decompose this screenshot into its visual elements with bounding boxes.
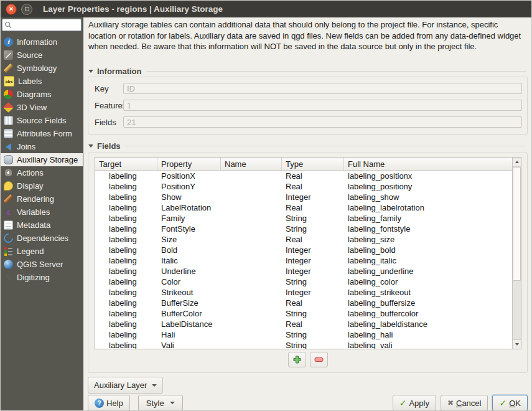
key-field [123,83,522,94]
table-row[interactable]: labelingColorStringlabeling_color [95,276,512,287]
table-row[interactable]: labelingBufferColorStringlabeling_buffer… [95,308,512,319]
table-row[interactable]: labelingShowIntegerlabeling_show [95,192,512,202]
joins-icon [4,142,13,151]
check-icon: ✓ [399,399,407,407]
sidebar-nav: Information Source Symbology Labels Diag… [1,35,83,284]
cancel-button[interactable]: ✖ Cancel [441,395,488,411]
table-header[interactable]: Target Property Name Type Full Name [95,158,512,171]
fields-count-field [123,116,522,128]
scrollbar-track[interactable] [513,167,521,339]
sidebar-item-rendering[interactable]: Rendering [1,192,83,206]
auxiliary-layer-label: Auxiliary Layer [94,380,147,390]
sidebar-item-metadata[interactable]: Metadata [1,219,83,232]
fields-table: Target Property Name Type Full Name labe… [95,157,521,349]
sidebar-item-digitizing[interactable]: Digitizing [1,271,83,284]
table-row[interactable]: labelingSizeReallabeling_size [95,234,512,245]
table-row[interactable]: labelingBoldIntegerlabeling_bold [95,245,512,255]
sidebar-item-label: Metadata [17,220,50,230]
sidebar-item-source[interactable]: Source [1,49,83,62]
sidebar-item-label: Symbology [17,64,57,73]
table-row[interactable]: labelingItalicIntegerlabeling_italic [95,255,512,266]
labels-icon [4,76,14,87]
table-row[interactable]: labelingUnderlineIntegerlabeling_underli… [95,266,512,276]
sidebar-item-information[interactable]: Information [1,35,83,49]
features-field [123,100,522,111]
layer-properties-dialog: Layer Properties - regions | Auxiliary S… [0,0,532,411]
table-row[interactable]: labelingValiStringlabeling_vali [95,340,512,349]
sidebar-item-label: Dependencies [17,234,68,243]
sidebar-item-display[interactable]: Display [1,179,83,192]
sidebar-item-3d-view[interactable]: 3D View [1,101,83,114]
table-row[interactable]: labelingLabelRotationReallabeling_labelr… [95,202,512,213]
sidebar-item-joins[interactable]: Joins [1,140,83,153]
column-header-type[interactable]: Type [282,158,344,170]
scroll-down-icon[interactable] [513,339,521,349]
x-icon: ✖ [447,399,454,407]
table-row[interactable]: labelingStrikeoutIntegerlabeling_strikeo… [95,287,512,298]
table-row[interactable]: labelingPositionYReallabeling_positiony [95,181,512,192]
add-field-button[interactable] [288,352,306,367]
digitizing-icon [4,273,13,282]
display-icon [4,181,13,191]
apply-button[interactable]: ✓ Apply [393,395,436,411]
table-row[interactable]: labelingBufferSizeReallabeling_buffersiz… [95,298,512,308]
sidebar-item-dependencies[interactable]: Dependencies [1,232,83,245]
sidebar-item-qgis-server[interactable]: QGIS Server [1,258,83,271]
chevron-down-icon [170,402,175,404]
table-row[interactable]: labelingHaliStringlabeling_hali [95,329,512,340]
sidebar-item-label: Joins [17,142,35,151]
sidebar-item-label: Actions [17,168,44,177]
table-row[interactable]: labelingFontStyleStringlabeling_fontstyl… [95,224,512,234]
help-button[interactable]: ? Help [88,395,130,411]
scrollbar-thumb[interactable] [513,167,521,281]
sidebar-item-auxiliary-storage[interactable]: Auxiliary Storage [1,153,83,166]
remove-field-button[interactable] [310,352,328,367]
sidebar-item-label: Auxiliary Storage [17,155,78,164]
auxiliary-storage-icon [4,155,13,164]
collapse-arrow-icon[interactable] [88,144,93,148]
features-label: Features [95,101,123,110]
sidebar-item-label: Display [17,181,44,191]
auxiliary-storage-page: Auxiliary storage tables can contain add… [83,17,531,411]
divider [147,71,527,72]
sidebar-item-symbology[interactable]: Symbology [1,62,83,75]
column-header-name[interactable]: Name [221,158,282,170]
maximize-icon[interactable] [21,4,32,15]
column-header-target[interactable]: Target [95,158,157,170]
variables-icon [4,207,13,217]
sidebar-search[interactable] [2,19,82,31]
table-scrollbar[interactable] [512,158,521,349]
column-header-full-name[interactable]: Full Name [344,158,512,170]
key-row: Key [95,83,522,94]
source-fields-icon [4,116,13,125]
fields-count-label: Fields [95,118,123,127]
sidebar-item-labels[interactable]: Labels [1,75,83,88]
key-label: Key [95,84,123,93]
information-section-header[interactable]: Information [88,66,526,76]
collapse-arrow-icon[interactable] [88,70,93,73]
sidebar-item-attributes-form[interactable]: Attributes Form [1,127,83,140]
sidebar-item-diagrams[interactable]: Diagrams [1,88,83,101]
close-icon[interactable] [6,4,17,15]
scroll-up-icon[interactable] [513,158,521,167]
search-input[interactable] [12,20,79,30]
sidebar-item-source-fields[interactable]: Source Fields [1,114,83,127]
auxiliary-layer-button[interactable]: Auxiliary Layer [88,377,163,394]
sidebar-item-legend[interactable]: Legend [1,245,83,258]
ok-button[interactable]: ✓ OK [492,395,528,411]
table-row[interactable]: labelingFamilyStringlabeling_family [95,213,512,224]
rendering-icon [4,194,13,204]
fields-section-header[interactable]: Fields [88,141,526,151]
table-row[interactable]: labelingPositionXReallabeling_positionx [95,171,512,181]
information-group: Key Features Fields [88,77,528,135]
column-header-property[interactable]: Property [157,158,221,170]
sidebar-item-actions[interactable]: Actions [1,166,83,179]
table-row[interactable]: labelingLabelDistanceReallabeling_labeld… [95,319,512,329]
style-button[interactable]: Style [138,395,183,411]
minus-icon [314,357,324,362]
section-title: Fields [97,141,121,151]
source-icon [4,50,13,60]
sidebar-item-variables[interactable]: Variables [1,206,83,219]
sidebar-item-label: Diagrams [17,90,52,99]
dependencies-icon [2,232,15,245]
